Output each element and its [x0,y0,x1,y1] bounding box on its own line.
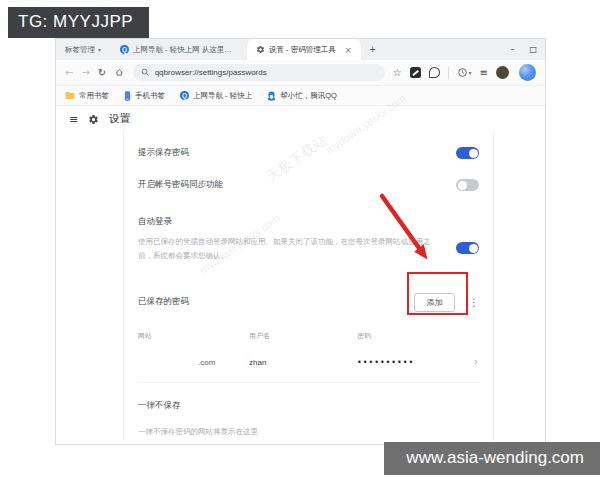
toggle-knob [458,181,467,190]
minimize-button[interactable]: – [510,45,514,54]
search-icon [141,68,150,77]
site-cell: .com [198,358,215,367]
column-header-username: 用户名 [249,331,357,341]
assistant-orb-icon[interactable] [519,64,536,81]
settings-content: 提示保存密码 开启帐号密码同步功能 自动登录 使用已保存的凭据自动登录网站和应用… [56,131,545,443]
sync-toggle[interactable] [456,179,479,191]
bookmark-star-icon[interactable]: ☆ [393,68,402,78]
tab-settings-passwords[interactable]: 设置 - 密码管理工具 × [247,39,361,60]
q-logo-icon: Q [180,91,189,100]
saved-passwords-table: 网站 用户名 密码 .com zhan •••••••••• › [138,331,479,370]
profile-avatar[interactable] [496,66,509,79]
column-header-site: 网站 [138,331,249,341]
table-header: 网站 用户名 密码 [138,331,479,341]
back-icon[interactable]: ← [65,68,73,78]
auto-login-toggle[interactable] [456,242,479,254]
markup-extension-icon[interactable] [410,67,421,78]
bookmark-label: 上网导航 - 轻快上 [193,91,252,101]
setting-description: 使用已保存的凭据自动登录网站和应用。如果关闭了该功能，在您每次登录网站或应用之前… [138,235,431,263]
gear-icon [256,45,265,54]
chat-extension-icon[interactable] [429,67,440,78]
prompt-save-toggle[interactable] [456,147,479,159]
settings-menu-icon[interactable]: ≡ [69,113,78,126]
q-logo-icon: Q [120,45,129,54]
tab-manager-button[interactable]: 标签管理 ▾ [56,45,111,55]
setting-label: 开启帐号密码同步功能 [138,179,223,191]
never-save-description: 一律不保存密码的网站将显示在这里 [138,427,479,437]
bookmark-qq-help[interactable]: 帮小忙，腾讯QQ [267,91,337,101]
page-title: 设置 [109,112,130,126]
settings-page-header: ≡ 设置 [56,106,545,133]
history-button[interactable]: ▾ [457,67,472,78]
menu-icon[interactable]: ≡ [480,68,488,78]
address-bar[interactable]: qqbrowser://settings/passwords [133,64,385,81]
browser-window: 标签管理 ▾ Q 上网导航 - 轻快上网 从这里开始 设置 - 密码管理工具 ×… [55,38,546,445]
caret-down-icon: ▾ [98,46,101,53]
bookmark-label: 帮小忙，腾讯QQ [280,91,337,101]
saved-passwords-header-row: 已保存的密码 添加 ⋮ [138,289,479,315]
folder-icon [65,91,75,100]
caret-down-icon: ▾ [469,69,472,76]
close-tab-icon[interactable]: × [345,45,352,55]
gear-icon [88,114,99,125]
toggle-knob [469,149,478,158]
maximize-button[interactable]: □ [529,45,537,54]
window-controls: – □ [510,39,537,60]
kebab-menu-icon[interactable]: ⋮ [469,297,479,308]
new-tab-button[interactable]: + [370,44,376,55]
setting-row-prompt-save: 提示保存密码 [138,140,479,166]
tab-manager-label: 标签管理 [65,45,95,55]
column-header-password: 密码 [357,331,479,341]
setting-label: 提示保存密码 [138,147,189,159]
reload-icon[interactable]: ↻ [98,68,106,78]
home-icon[interactable] [114,67,125,78]
bookmark-label: 手机书签 [135,91,165,101]
bookmark-common-folder[interactable]: 常用书签 [65,91,109,101]
bookmarks-bar: 常用书签 手机书签 Q 上网导航 - 轻快上 帮小忙，腾讯QQ [56,86,545,106]
browser-toolbar: ← → ↻ qqbrowser://settings/passwords ☆ ▾… [56,60,545,86]
tab-title: 上网导航 - 轻快上网 从这里开始 [133,45,238,55]
site-watermark-badge: www.asia-wending.com [384,442,600,475]
bookmark-label: 常用书签 [79,91,109,101]
phone-icon [124,91,131,101]
url-text: qqbrowser://settings/passwords [155,68,267,77]
never-save-title: 一律不保存 [138,400,479,412]
tab-strip: 标签管理 ▾ Q 上网导航 - 轻快上网 从这里开始 设置 - 密码管理工具 ×… [56,39,545,60]
toolbar-divider [448,67,449,79]
passwords-settings-card: 提示保存密码 开启帐号密码同步功能 自动登录 使用已保存的凭据自动登录网站和应用… [123,131,494,441]
clock-icon [457,67,468,78]
section-divider [138,382,479,383]
bookmark-mobile[interactable]: 手机书签 [124,91,165,101]
toggle-knob [469,244,478,253]
bookmark-nav[interactable]: Q 上网导航 - 轻快上 [180,91,252,101]
qq-penguin-icon [267,91,276,101]
tg-channel-badge: TG: MYYJJPP [8,7,149,38]
setting-label: 自动登录 [138,216,431,228]
setting-row-sync: 开启帐号密码同步功能 [138,166,479,204]
section-title: 已保存的密码 [138,296,414,308]
password-cell: •••••••••• [357,358,479,367]
tab-title: 设置 - 密码管理工具 [269,45,336,55]
forward-icon[interactable]: → [81,68,89,78]
screenshot-canvas: TG: MYYJJPP 标签管理 ▾ Q 上网导航 - 轻快上网 从这里开始 设… [0,0,600,480]
setting-row-auto-login: 自动登录 使用已保存的凭据自动登录网站和应用。如果关闭了该功能，在您每次登录网站… [138,216,479,263]
tab-nav-home[interactable]: Q 上网导航 - 轻快上网 从这里开始 [111,39,247,60]
chevron-right-icon[interactable]: › [474,356,478,367]
table-row[interactable]: .com zhan •••••••••• › [138,354,479,370]
add-password-button[interactable]: 添加 [414,293,455,312]
username-cell: zhan [249,358,357,367]
